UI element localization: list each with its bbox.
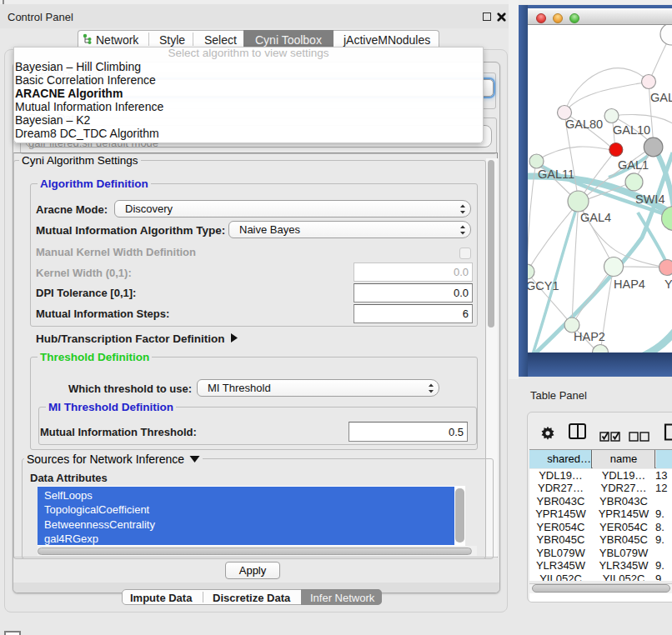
svg-text:GAL10: GAL10: [613, 123, 650, 137]
svg-text:GCY1: GCY1: [528, 279, 559, 292]
svg-text:Y: Y: [664, 278, 672, 291]
svg-text:GAL: GAL: [650, 91, 672, 104]
svg-text:HAP4: HAP4: [614, 278, 645, 291]
svg-text:GAL4: GAL4: [580, 211, 611, 224]
svg-text:SWI4: SWI4: [635, 192, 664, 206]
svg-text:GAL1: GAL1: [618, 158, 649, 172]
svg-text:GAL11: GAL11: [538, 168, 574, 181]
svg-text:GAL80: GAL80: [565, 118, 603, 131]
svg-text:HAP2: HAP2: [574, 330, 605, 343]
